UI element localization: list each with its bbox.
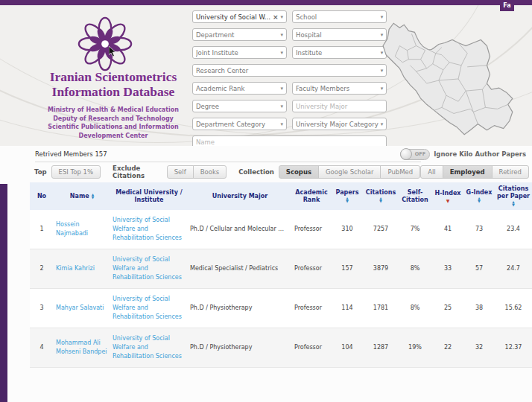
scientometrics-page: { "topbar": { "language": "Fa" }, "brand… [0,0,532,402]
site-logo-flower-icon [76,15,134,73]
esi-top-button[interactable]: ESI Top 1% [51,165,101,179]
member-university-link[interactable]: University of Social Welfare and Rehabil… [113,216,186,243]
joint-institute-select-label: Joint Institute [196,49,278,57]
member-papers: 104 [331,328,364,367]
subtitle-line2: Deputy of Research and Technology [25,115,202,124]
member-self-citation: 8% [398,249,432,288]
member-university-link[interactable]: University of Social Welfare and Rehabil… [113,255,186,282]
results-summary-row: Retrived Members 157 OFF Ignore Kilo Aut… [35,148,526,160]
col-name-header[interactable]: Name▲▼ [54,182,110,210]
sort-icon: ▲▼ [346,197,348,203]
hospital-select[interactable]: Hospital ▾ [292,28,387,41]
member-self-citation: 7% [398,210,432,249]
member-h-index: 33 [432,249,463,288]
clear-icon[interactable]: × [273,13,279,21]
academic-rank-select-label: Academic Rank [196,85,278,92]
collection-label: Collection [227,168,279,176]
member-cpp: 12.37 [495,328,532,367]
university-select[interactable]: University of Social W... × ▾ [192,10,287,23]
member-g-index: 73 [463,210,495,249]
employment-group: All Employed Retired [420,165,529,179]
google-scholar-tab[interactable]: Google Scholar [318,165,381,179]
faculty-members-select-label: Faculty Members [296,85,379,92]
chevron-down-icon: ▾ [280,86,283,92]
member-rank: Professor [292,289,331,328]
col-papers-header[interactable]: Papers ▲▼ [331,182,364,210]
scopus-tab[interactable]: Scopus [279,165,319,179]
research-center-select[interactable]: Research Center ▾ [192,64,387,77]
chevron-down-icon: ▾ [280,103,283,109]
exclude-citations-label: Exclude Citations [101,165,167,179]
member-major: Ph.D / Cellular and Molecular ... [188,210,292,249]
retired-tab[interactable]: Retired [492,165,529,179]
academic-rank-select[interactable]: Academic Rank ▾ [192,82,287,95]
row-number: 1 [30,210,54,249]
members-table: No Name▲▼ Medical University / Institute… [30,182,532,368]
member-papers: 114 [331,289,364,328]
member-g-index: 57 [463,249,495,288]
member-row: 4 Mohammad Ali Mohseni Bandpei Universit… [30,328,532,368]
faculty-members-select[interactable]: Faculty Members ▾ [292,82,387,95]
subtitle-line1: Ministry of Health & Medical Education [25,106,202,115]
search-form: University of Social W... × ▾ School ▾ D… [192,10,372,166]
chevron-down-icon: ▾ [280,121,283,127]
collection-group: Scopus Google Scholar PubMed [279,165,420,179]
degree-select[interactable]: Degree ▾ [192,100,287,112]
member-major: Medical Specialist / Pediatrics [188,249,292,288]
member-rank: Professor [292,210,331,249]
col-g-index-header[interactable]: G-Index ▲▼ [463,182,495,210]
member-university-link[interactable]: University of Social Welfare and Rehabil… [113,334,186,361]
university-major-category-select-label: University Major Category [296,121,379,128]
department-category-select[interactable]: Department Category ▾ [192,118,287,130]
school-select[interactable]: School ▾ [292,10,387,23]
toggle-label: Ignore Kilo Author Papers [434,150,526,158]
member-name-link[interactable]: Mahyar Salavati [56,304,104,313]
self-filter-button[interactable]: Self [167,165,194,179]
top-purple-bar [0,0,532,5]
employed-tab[interactable]: Employed [443,165,493,179]
col-h-index-header[interactable]: H-Index ▼ [432,182,463,210]
university-major-input[interactable] [292,100,387,112]
subtitle-line3: Scientific Publications and Information … [25,123,202,140]
row-number: 4 [30,328,54,367]
books-filter-button[interactable]: Books [193,165,227,179]
member-cpp: 24.7 [495,249,532,288]
hospital-select-label: Hospital [296,31,379,39]
member-papers: 310 [331,210,364,249]
member-row: 3 Mahyar Salavati University of Social W… [30,289,532,328]
sort-icon: ▲▼ [92,194,94,200]
toggle-knob[interactable] [400,148,412,160]
sort-icon: ▲▼ [379,197,381,203]
member-name-link[interactable]: Hossein Najmabadi [56,220,108,238]
toggle-state-label: OFF [415,151,425,157]
member-name-link[interactable]: Kimia Kahrizi [56,264,95,273]
ignore-kilo-author-toggle[interactable]: OFF [400,149,430,160]
col-citations-header[interactable]: Citations ▲▼ [364,182,398,210]
member-citations: 3879 [364,249,398,288]
table-header-row: No Name▲▼ Medical University / Institute… [30,182,532,210]
kilo-author-toggle-wrap: OFF Ignore Kilo Author Papers [400,149,526,160]
member-name-link[interactable]: Mohammad Ali Mohseni Bandpei [56,339,108,357]
member-university-link[interactable]: University of Social Welfare and Rehabil… [113,295,186,322]
school-select-label: School [296,13,379,21]
joint-institute-select[interactable]: Joint Institute ▾ [192,46,287,59]
chevron-down-icon: ▾ [280,14,283,20]
col-no-header: No [30,182,54,210]
department-select[interactable]: Department ▾ [192,28,287,41]
col-self-citation-header: Self-Citation [398,182,432,210]
iran-map[interactable] [377,19,528,141]
pubmed-tab[interactable]: PubMed [380,165,420,179]
institute-select[interactable]: Institute ▾ [292,46,387,59]
left-accent-bar [0,184,7,402]
language-switch-button[interactable]: Fa [500,0,514,11]
all-tab[interactable]: All [420,165,443,179]
col-major-header: University Major [188,182,292,210]
member-self-citation: 19% [398,328,432,367]
site-title: Iranian Scientometrics Information Datab… [25,70,202,99]
member-major: Ph.D / Physiotherapy [188,289,292,328]
degree-select-label: Degree [196,103,278,110]
research-center-select-label: Research Center [196,67,379,74]
university-major-category-select[interactable]: University Major Category ▾ [292,118,387,130]
col-cpp-header[interactable]: Citations per Paper ▲▼ [495,182,532,210]
chevron-down-icon: ▾ [280,32,283,38]
